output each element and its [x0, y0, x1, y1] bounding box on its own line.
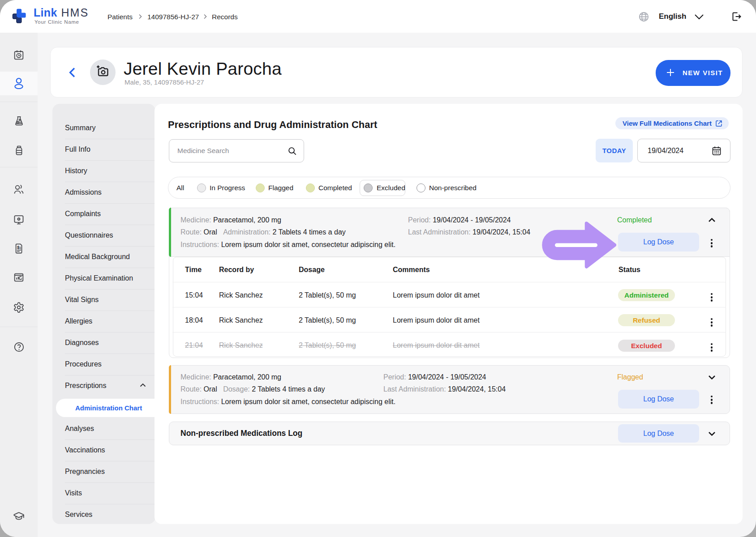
- svg-text:$: $: [17, 245, 19, 250]
